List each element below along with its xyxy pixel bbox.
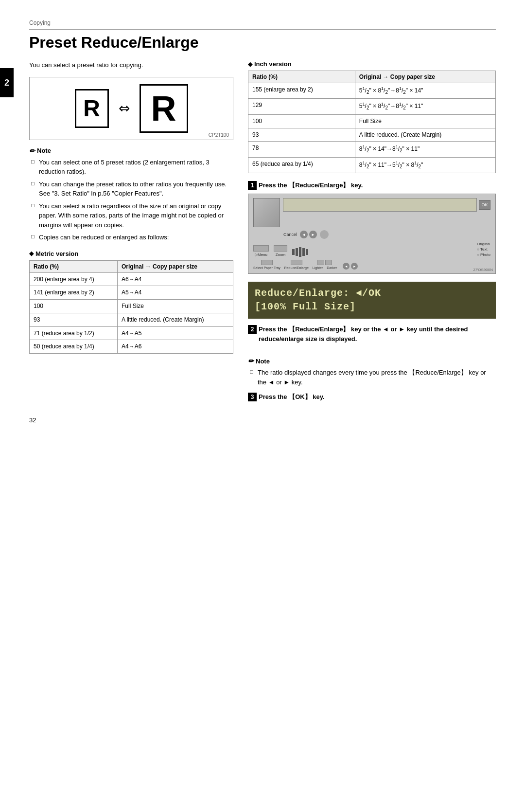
metric-section: ◆ Metric version Ratio (%) Original → Co… — [29, 250, 233, 354]
metric-r3c2: Full Size — [117, 300, 233, 313]
page-number: 32 — [29, 416, 36, 424]
panel-screen — [283, 198, 477, 212]
step2-note-title: ✏ Note — [248, 357, 496, 365]
menu-button[interactable] — [253, 245, 269, 252]
inch-title: ◆ Inch version — [248, 60, 496, 68]
nav-left-btn[interactable]: ◄ — [300, 231, 308, 238]
metric-r6c2: A4→A6 — [117, 340, 233, 354]
inch-section: ◆ Inch version Ratio (%) Original → Copy… — [248, 60, 496, 173]
lcd-line1: Reduce/Enlarge: ◄/OK — [255, 287, 489, 300]
note-item-2: You can change the preset ratios to othe… — [31, 180, 233, 198]
select-paper-label: Select Paper Tray — [253, 266, 280, 270]
note-icon-2: ✏ — [248, 357, 254, 365]
step1-header: 1 Press the 【Reduce/Enlarge】 key. — [248, 181, 496, 190]
step2-note: ✏ Note The ratio displayed changes every… — [248, 357, 496, 387]
metric-r1c1: 200 (enlarge area by 4) — [30, 272, 118, 286]
table-row: 65 (reduce area by 1/4) 81/2" × 11"→51/2… — [248, 157, 496, 173]
metric-col1-header: Ratio (%) — [30, 260, 118, 272]
metric-r2c2: A5→A4 — [117, 286, 233, 300]
inch-r3c1: 100 — [248, 114, 355, 128]
nav-right-btn[interactable]: ► — [309, 231, 317, 238]
metric-table: Ratio (%) Original → Copy paper size 200… — [29, 260, 233, 354]
table-row: 155 (enlarge area by 2) 51/2" × 81/2"→81… — [248, 83, 496, 99]
menu-label: ▷Menu — [255, 253, 267, 257]
panel-nav: ◄ ► — [300, 231, 317, 238]
table-row: 100 Full Size — [248, 114, 496, 128]
note-icon: ✏ — [29, 147, 35, 155]
metric-r4c1: 93 — [30, 313, 118, 326]
inch-r2c2: 51/2" × 81/2"→81/2" × 11" — [355, 99, 495, 114]
step3-num: 3 — [248, 393, 257, 401]
metric-col2-header: Original → Copy paper size — [117, 260, 233, 272]
bottom-nav-left[interactable]: ◄ — [343, 263, 350, 270]
inch-r4c1: 93 — [248, 128, 355, 142]
reduce-enlarge-button[interactable] — [291, 260, 302, 265]
inch-r4c2: A little reduced. (Create Margin) — [355, 128, 495, 142]
step2-block: 2 Press the 【Reduce/Enlarge】 key or the … — [248, 325, 496, 349]
step1-block: 1 Press the 【Reduce/Enlarge】 key. — [248, 181, 496, 274]
diagram-box: R ⇔ R CP2T100 — [29, 77, 233, 140]
bottom-nav-right[interactable]: ► — [351, 263, 358, 270]
dots-display — [292, 247, 308, 257]
original-labels: Original ○ Text ○ Photo — [477, 242, 490, 257]
zoom-label: Zoom — [276, 253, 285, 257]
table-row: 93 A little reduced. (Create Margin) — [248, 128, 496, 142]
inch-col1-header: Ratio (%) — [248, 71, 355, 83]
darker-label: Darker — [327, 266, 337, 270]
inch-r5c1: 78 — [248, 142, 355, 157]
metric-r1c2: A6→A4 — [117, 272, 233, 286]
lcd-display: Reduce/Enlarge: ◄/OK [100% Full Size] — [248, 282, 496, 319]
step2-text: Press the 【Reduce/Enlarge】 key or the ◄ … — [259, 325, 496, 343]
copier-panel: OK Cancel ◄ ► — [248, 194, 496, 274]
step1-text: Press the 【Reduce/Enlarge】 key. — [259, 181, 363, 190]
table-row: 71 (reduce area by 1/2) A4→A5 — [30, 326, 233, 340]
table-row: 93 A little reduced. (Create Margin) — [30, 313, 233, 326]
inch-table: Ratio (%) Original → Copy paper size 155… — [248, 71, 496, 173]
step1-num: 1 — [248, 181, 257, 190]
note-item-3: You can select a ratio regardless of the… — [31, 201, 233, 230]
lighter-label: Lighter — [313, 266, 323, 270]
arrow-symbol: ⇔ — [119, 100, 130, 116]
lighter-darker-area — [317, 260, 332, 265]
note-item-1: You can select one of 5 preset ratios (2… — [31, 158, 233, 177]
lighter-button[interactable] — [317, 260, 324, 265]
bottom-nav: ◄ ► — [343, 263, 358, 270]
metric-r6c1: 50 (reduce area by 1/4) — [30, 340, 118, 354]
note-title: ✏ Note — [29, 147, 233, 155]
metric-r3c1: 100 — [30, 300, 118, 313]
zoom-button[interactable] — [274, 245, 287, 252]
diamond-icon: ◆ — [29, 250, 34, 257]
step3-text: Press the 【OK】 key. — [259, 393, 325, 401]
page-title: Preset Reduce/Enlarge — [29, 34, 496, 52]
table-row: 50 (reduce area by 1/4) A4→A6 — [30, 340, 233, 354]
step3-header: 3 Press the 【OK】 key. — [248, 393, 496, 401]
metric-title: ◆ Metric version — [29, 250, 233, 257]
inch-r1c1: 155 (enlarge area by 2) — [248, 83, 355, 99]
breadcrumb: Copying — [29, 19, 496, 30]
inch-r6c1: 65 (reduce area by 1/4) — [248, 157, 355, 173]
darker-button[interactable] — [325, 260, 332, 265]
step2-note-list: The ratio displayed changes every time y… — [248, 368, 496, 387]
intro-text: You can select a preset ratio for copyin… — [29, 60, 233, 70]
diamond-icon-2: ◆ — [248, 61, 252, 68]
select-paper-button[interactable] — [261, 260, 273, 265]
panel-circle-btn[interactable] — [320, 230, 329, 239]
inch-col2-header: Original → Copy paper size — [355, 71, 495, 83]
reduce-enlarge-label: Reduce/Enlarge — [284, 266, 309, 270]
inch-r2c1: 129 — [248, 99, 355, 114]
note-list: You can select one of 5 preset ratios (2… — [29, 158, 233, 242]
inch-r6c2: 81/2" × 11"→51/2" × 81/2" — [355, 157, 495, 173]
panel-code: ZFOS900N — [473, 268, 493, 272]
note-item-4: Copies can be reduced or enlarged as fol… — [31, 233, 233, 242]
inch-r1c2: 51/2" × 81/2"→81/2" × 14" — [355, 83, 495, 99]
panel-ok-button[interactable]: OK — [479, 200, 490, 210]
step3-block: 3 Press the 【OK】 key. — [248, 393, 496, 401]
step2-header: 2 Press the 【Reduce/Enlarge】 key or the … — [248, 325, 496, 349]
table-row: 129 51/2" × 81/2"→81/2" × 11" — [248, 99, 496, 114]
metric-r4c2: A little reduced. (Create Margin) — [117, 313, 233, 326]
lcd-line2: [100% Full Size] — [255, 300, 489, 314]
table-row: 141 (enlarge area by 2) A5→A4 — [30, 286, 233, 300]
table-row: 100 Full Size — [30, 300, 233, 313]
step2-note-item-1: The ratio displayed changes every time y… — [250, 368, 496, 387]
step2-num: 2 — [248, 325, 257, 334]
